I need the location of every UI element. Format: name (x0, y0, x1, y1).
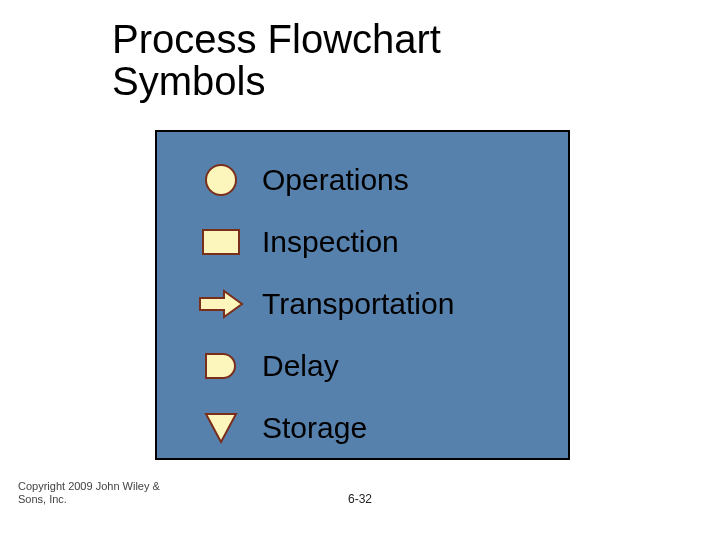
label-storage: Storage (262, 411, 367, 445)
row-operations: Operations (157, 150, 568, 210)
row-storage: Storage (157, 398, 568, 458)
label-inspection: Inspection (262, 225, 399, 259)
label-transportation: Transportation (262, 287, 454, 321)
svg-marker-2 (200, 291, 242, 317)
label-operations: Operations (262, 163, 409, 197)
operations-icon (197, 162, 245, 198)
svg-rect-1 (203, 230, 239, 254)
title-line-1: Process Flowchart (112, 17, 441, 61)
row-delay: Delay (157, 336, 568, 396)
storage-icon (197, 412, 245, 444)
row-inspection: Inspection (157, 212, 568, 272)
transportation-icon (197, 289, 245, 319)
title-line-2: Symbols (112, 59, 265, 103)
symbols-panel: Operations Inspection Transportation (155, 130, 570, 460)
svg-marker-3 (206, 414, 236, 442)
slide: Process Flowchart Symbols Operations Ins… (0, 0, 720, 540)
slide-title: Process Flowchart Symbols (112, 18, 441, 102)
row-transportation: Transportation (157, 274, 568, 334)
inspection-icon (197, 228, 245, 256)
delay-icon (197, 351, 245, 381)
svg-point-0 (206, 165, 236, 195)
label-delay: Delay (262, 349, 339, 383)
page-number: 6-32 (0, 492, 720, 506)
